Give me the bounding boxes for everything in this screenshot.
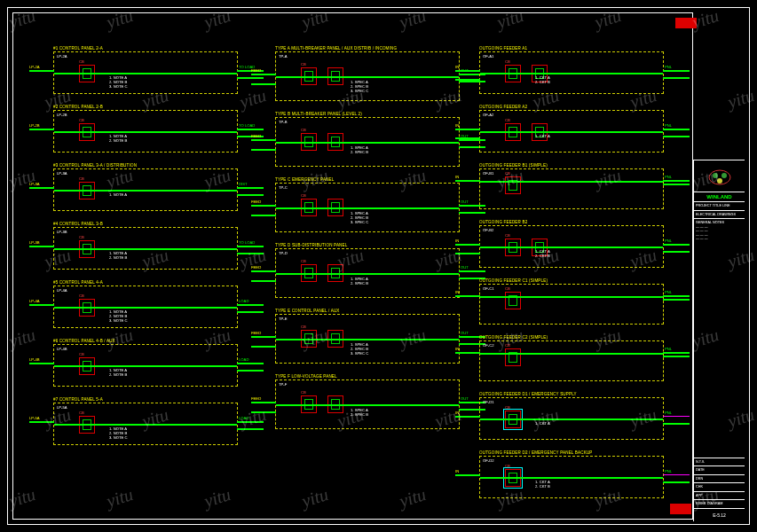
bus-wire	[480, 246, 663, 247]
wire-out	[237, 370, 264, 371]
breaker-box	[532, 123, 548, 141]
wire-out	[663, 481, 690, 482]
block-subid: TP-B	[279, 120, 288, 124]
breaker-tag: CB	[79, 293, 84, 298]
block-title: TYPE E CONTROL PANEL / AUX	[275, 309, 460, 313]
schematic-block: OUTGOING FEEDER B1 (SIMPLE)OF-B1INPNLCB	[479, 163, 664, 209]
wire-out-label: PNL	[665, 411, 672, 415]
wire-in-label: FEED	[251, 331, 261, 335]
block-subid: LP-4B	[57, 347, 67, 351]
bus-wire	[276, 273, 459, 274]
schematic-block: TYPE F LOW-VOLTAGE PANELTP-FFEEDOUT1. SP…	[275, 374, 460, 429]
schematic-block: #7 CONTROL PANEL 5-ALP-5ALP-5ALOAD1. NOT…	[53, 397, 238, 445]
bus-wire	[276, 76, 459, 77]
schematic-block: OUTGOING FEEDER D2 / EMERGENCY PANEL BAC…	[479, 450, 664, 498]
block-title: #2 CONTROL PANEL 2-B	[53, 105, 238, 109]
wire-out	[237, 304, 264, 305]
block-body: OF-C2INPNLCB	[479, 340, 664, 381]
bus-wire	[54, 73, 237, 74]
breaker-tag: CB	[301, 62, 306, 66]
breaker-box	[505, 65, 521, 82]
title-block-drawn: DRN	[694, 474, 745, 483]
block-subid: LP-4A	[57, 288, 67, 293]
wire-out-label: LOAD	[239, 357, 248, 362]
wire-out-label: TO LOAD	[239, 240, 255, 245]
wire-in	[251, 139, 276, 140]
block-subid: OF-D1	[483, 400, 494, 404]
breaker-box	[79, 299, 95, 317]
bus-wire	[276, 142, 459, 143]
breaker-box	[505, 292, 521, 309]
block-title: #5 CONTROL PANEL 4-A	[53, 280, 238, 285]
wire-in	[29, 246, 54, 246]
title-block-sheet-no: E-5.12	[694, 508, 745, 521]
block-subid: TP-E	[279, 317, 288, 321]
breaker-tag: CB	[79, 176, 84, 181]
schematic-block: #4 CONTROL PANEL 3-BLP-3BLP-3BTO LOAD1. …	[53, 222, 238, 270]
block-note: 3. SPEC C	[351, 351, 368, 356]
block-title: OUTGOING FEEDER D2 / EMERGENCY PANEL BAC…	[479, 450, 664, 455]
wire-in-label: LP-2B	[29, 123, 40, 128]
wire-out-label: TO LOAD	[239, 123, 255, 128]
wire-in	[455, 416, 480, 417]
block-body: OF-A1INPNL1. CKT A2. CKT BCB	[479, 51, 664, 94]
schematic-block: OUTGOING FEEDER A1OF-A1INPNL1. CKT A2. C…	[479, 46, 664, 94]
block-subid: OF-C2	[483, 343, 494, 348]
wire-out-label: PNL	[665, 239, 672, 243]
emergency-box	[503, 409, 523, 430]
wire-out	[663, 416, 690, 417]
wire-in	[251, 402, 276, 403]
block-body: LP-2ALP-2ATO LOAD1. NOTE A2. NOTE B3. NO…	[53, 51, 238, 94]
block-note: 1. NOTE A	[109, 192, 127, 197]
block-title: OUTGOING FEEDER A1	[479, 46, 664, 51]
title-block: WINLAND PROJECT TITLE LINE ELECTRICAL DR…	[693, 160, 745, 521]
wire-in	[29, 70, 54, 71]
block-note: 2. CKT B	[535, 254, 550, 258]
block-title: #6 CONTROL PANEL 4-B / AUX	[53, 339, 238, 343]
block-body: OF-A2INPNL1. CKT ACB	[479, 110, 664, 153]
breaker-tag: CB	[505, 59, 510, 64]
wire-in-label: IN	[455, 123, 459, 128]
wire-in	[455, 352, 480, 353]
block-note: 3. SPEC C	[351, 220, 368, 224]
block-note: 2. NOTE B	[109, 138, 127, 143]
wire-in	[251, 336, 276, 337]
breaker-tag: CB	[301, 325, 306, 329]
block-body: OF-D1INPNL1. CKT ACB	[479, 397, 664, 440]
wire-in	[29, 304, 54, 305]
block-subid: OF-B1	[483, 171, 493, 176]
wire-in	[251, 74, 276, 74]
block-title: TYPE C EMERGENCY PANEL	[275, 177, 460, 182]
block-note: 2. SPEC B	[351, 150, 368, 154]
block-note: 2. NOTE B	[109, 372, 127, 377]
wire-in-label: LP-4A	[29, 299, 40, 303]
block-subid: LP-2B	[57, 113, 67, 117]
wire-out	[663, 299, 690, 300]
block-title: #7 CONTROL PANEL 5-A	[53, 397, 238, 402]
block-subid: LP-3B	[57, 230, 67, 234]
schematic-block: #6 CONTROL PANEL 4-B / AUXLP-4BLP-4BLOAD…	[53, 339, 238, 387]
wire-in-label: LP-3B	[29, 240, 40, 245]
breaker-tag: CB	[505, 464, 510, 468]
breaker-tag: CB	[505, 405, 510, 410]
wire-out-label: LOAD	[239, 416, 248, 420]
breaker-tag: CB	[505, 286, 510, 291]
wire-out-label: PNL	[665, 347, 672, 351]
wire-in-label: IN	[455, 411, 459, 415]
title-block-brand: WINLAND	[694, 192, 745, 201]
wire-in	[251, 83, 276, 84]
wire-in	[455, 244, 480, 245]
block-note: 3. NOTE C	[109, 318, 127, 323]
bus-wire	[54, 131, 237, 132]
bus-wire	[54, 424, 237, 425]
wire-out	[663, 356, 690, 356]
wire-in	[251, 215, 276, 215]
wire-in-label: IN	[455, 347, 459, 351]
bus-wire	[480, 353, 663, 354]
block-subid: TP-D	[279, 251, 288, 255]
block-note: 1. CKT A	[535, 134, 550, 138]
wire-in-label: IN	[455, 469, 459, 473]
wire-out	[237, 363, 264, 364]
title-block-sheet-title: RISER DIAGRAM	[694, 499, 745, 508]
block-body: OF-B2INPNL1. CKT A2. CKT BCB	[479, 225, 664, 268]
